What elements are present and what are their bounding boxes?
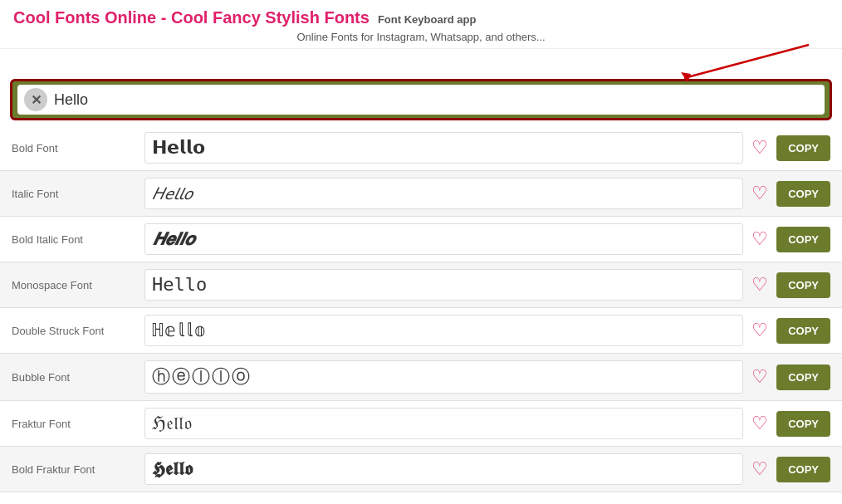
font-preview-text: 𝙷𝚎𝚕𝚕𝚘 bbox=[144, 269, 743, 301]
font-name-label: Italic Font bbox=[12, 188, 144, 200]
heart-button[interactable]: ♡ bbox=[751, 137, 768, 159]
copy-button[interactable]: COPY bbox=[776, 411, 830, 437]
font-name-label: Bold Italic Font bbox=[12, 233, 144, 246]
svg-marker-1 bbox=[681, 72, 691, 82]
font-name-label: Double Struck Font bbox=[12, 325, 144, 337]
copy-button[interactable]: COPY bbox=[776, 318, 830, 344]
font-row: Bold Font𝗛𝗲𝗹𝗹𝗼♡COPY bbox=[0, 125, 842, 171]
heart-button[interactable]: ♡ bbox=[751, 228, 768, 250]
font-row: Bold Italic Font𝙃𝙚𝙡𝙡𝙤♡COPY bbox=[0, 217, 842, 262]
heart-button[interactable]: ♡ bbox=[751, 274, 768, 296]
font-name-label: Bold Font bbox=[12, 142, 144, 154]
arrow-icon bbox=[659, 41, 825, 82]
font-preview-text: 𝕳𝖊𝖑𝖑𝖔 bbox=[144, 453, 743, 485]
copy-button[interactable]: COPY bbox=[776, 227, 830, 252]
search-container: ✕ bbox=[10, 79, 832, 120]
clear-button[interactable]: ✕ bbox=[24, 88, 47, 111]
font-row: Monospace Font𝙷𝚎𝚕𝚕𝚘♡COPY bbox=[0, 262, 842, 308]
font-name-label: Monospace Font bbox=[12, 279, 144, 291]
search-inner: ✕ bbox=[17, 85, 825, 115]
copy-button[interactable]: COPY bbox=[776, 272, 830, 298]
copy-button[interactable]: COPY bbox=[776, 181, 830, 207]
font-row: Bubble Fontⓗⓔⓛⓛⓞ♡COPY bbox=[0, 354, 842, 401]
heart-button[interactable]: ♡ bbox=[751, 413, 768, 434]
font-row: Italic Font𝘏𝘦𝘭𝘭𝘰♡COPY bbox=[0, 171, 842, 217]
font-name-label: Fraktur Font bbox=[12, 418, 144, 430]
font-preview-text: ℌ𝔢𝔩𝔩𝔬 bbox=[144, 408, 743, 439]
font-row: Fraktur Fontℌ𝔢𝔩𝔩𝔬♡COPY bbox=[0, 401, 842, 447]
font-name-label: Bubble Font bbox=[12, 371, 144, 384]
font-preview-text: ℍ𝕖𝕝𝕝𝕠 bbox=[144, 315, 743, 346]
heart-button[interactable]: ♡ bbox=[751, 183, 768, 204]
copy-button[interactable]: COPY bbox=[776, 135, 830, 161]
font-row: Double Struck Fontℍ𝕖𝕝𝕝𝕠♡COPY bbox=[0, 308, 842, 354]
svg-line-0 bbox=[684, 45, 809, 78]
arrow-area bbox=[0, 49, 842, 74]
font-preview-text: 𝘏𝘦𝘭𝘭𝘰 bbox=[144, 178, 743, 209]
font-list: Bold Font𝗛𝗲𝗹𝗹𝗼♡COPYItalic Font𝘏𝘦𝘭𝘭𝘰♡COPY… bbox=[0, 125, 842, 492]
copy-button[interactable]: COPY bbox=[776, 457, 830, 482]
search-input[interactable] bbox=[54, 91, 818, 109]
heart-button[interactable]: ♡ bbox=[751, 366, 768, 388]
font-row: Bold Fraktur Font𝕳𝖊𝖑𝖑𝖔♡COPY bbox=[0, 447, 842, 492]
font-name-label: Bold Fraktur Font bbox=[12, 463, 144, 476]
font-preview-text: 𝙃𝙚𝙡𝙡𝙤 bbox=[144, 223, 743, 255]
title-row: Cool Fonts Online - Cool Fancy Stylish F… bbox=[13, 8, 829, 27]
app-label: Font Keyboard app bbox=[378, 13, 476, 26]
site-title: Cool Fonts Online - Cool Fancy Stylish F… bbox=[13, 8, 370, 27]
font-preview-text: 𝗛𝗲𝗹𝗹𝗼 bbox=[144, 132, 743, 164]
heart-button[interactable]: ♡ bbox=[751, 320, 768, 341]
font-preview-text: ⓗⓔⓛⓛⓞ bbox=[144, 360, 743, 394]
heart-button[interactable]: ♡ bbox=[751, 458, 768, 480]
copy-button[interactable]: COPY bbox=[776, 365, 830, 390]
